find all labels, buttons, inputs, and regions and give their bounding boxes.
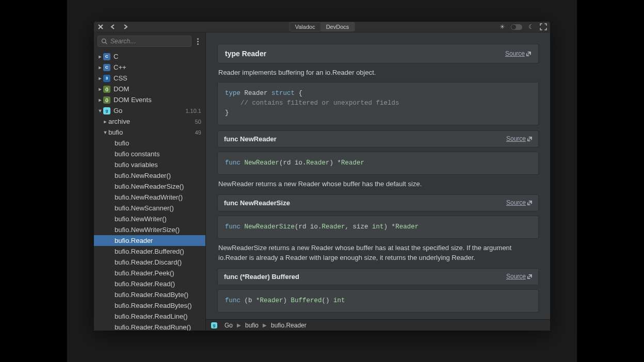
tree-label: DOM	[114, 85, 201, 93]
search-icon	[101, 38, 107, 44]
disclosure-icon: ►	[102, 119, 108, 124]
lang-icon: g	[103, 107, 110, 114]
tree-badge: 1.10.1	[185, 108, 201, 114]
tree-label: bufio.NewReader()	[115, 172, 201, 179]
tree-label: bufio constants	[115, 150, 201, 158]
tree-item[interactable]: bufio.Reader	[94, 235, 205, 246]
navigation-tree[interactable]: ►CC►CC++►3CSS►{}DOM►{}DOM Events▼gGo1.10…	[94, 50, 205, 331]
lang-icon: 3	[103, 75, 110, 82]
tree-item[interactable]: ►{}DOM	[94, 84, 205, 94]
tree-label: bufio.NewWriter()	[115, 215, 201, 223]
titlebar: Valadoc DevDocs ☀ ☾	[94, 22, 550, 32]
tree-item[interactable]: bufio.Reader.ReadBytes()	[94, 300, 205, 311]
lang-icon: {}	[103, 86, 110, 93]
tree-item[interactable]: bufio.NewReaderSize()	[94, 181, 205, 192]
tab-devdocs[interactable]: DevDocs	[321, 22, 355, 31]
lang-icon: C	[103, 53, 110, 60]
tree-label: bufio.NewWriterSize()	[115, 226, 201, 234]
tree-label: C++	[114, 63, 201, 71]
source-link[interactable]: Source	[506, 135, 532, 142]
code-newreader: func NewReader(rd io.Reader) *Reader	[217, 152, 539, 175]
fullscreen-icon[interactable]	[540, 23, 547, 30]
tree-label: C	[114, 53, 201, 60]
tree-item[interactable]: bufio.NewReader()	[94, 170, 205, 181]
chevron-right-icon: ▶	[263, 322, 267, 328]
tree-item[interactable]: bufio constants	[94, 149, 205, 159]
go-icon: g	[211, 322, 217, 328]
source-link[interactable]: Source	[506, 199, 532, 206]
tree-item[interactable]: ▼gGo1.10.1	[94, 105, 205, 116]
tree-item[interactable]: bufio.Reader.Discard()	[94, 257, 205, 268]
tree-label: bufio.NewReadWriter()	[115, 193, 201, 201]
theme-toggle[interactable]	[511, 24, 522, 30]
tree-item[interactable]: bufio.NewReadWriter()	[94, 192, 205, 203]
tree-label: bufio.Reader.ReadLine()	[115, 312, 201, 320]
tree-label: bufio	[108, 128, 195, 136]
search-input[interactable]	[98, 36, 191, 47]
tree-item[interactable]: ►CC++	[94, 62, 205, 73]
tree-item[interactable]: bufio.NewWriterSize()	[94, 224, 205, 235]
tree-label: bufio.Reader.Discard()	[115, 258, 201, 266]
breadcrumb-item[interactable]: Go	[224, 322, 233, 329]
content-area[interactable]: type Reader Source Reader implements buf…	[206, 32, 550, 331]
tree-label: bufio.Reader.ReadByte()	[115, 291, 201, 299]
tree-item[interactable]: bufio.NewScanner()	[94, 203, 205, 213]
tree-item[interactable]: ▼bufio49	[94, 127, 205, 138]
source-link[interactable]: Source	[505, 50, 531, 57]
menu-icon[interactable]	[194, 37, 202, 45]
tree-item[interactable]: ►3CSS	[94, 73, 205, 84]
tree-item[interactable]: bufio.Reader.Buffered()	[94, 246, 205, 257]
breadcrumb-item[interactable]: bufio.Reader	[271, 322, 307, 329]
tree-label: CSS	[114, 74, 201, 82]
back-icon[interactable]	[109, 23, 117, 30]
breadcrumb-item[interactable]: bufio	[245, 322, 259, 329]
section-type-reader: type Reader Source	[217, 44, 539, 63]
lang-icon: {}	[103, 96, 110, 104]
tree-label: bufio.Reader.ReadRune()	[115, 323, 201, 331]
tree-item[interactable]: bufio.Reader.ReadByte()	[94, 289, 205, 300]
moon-icon: ☾	[527, 23, 535, 30]
disclosure-icon: ▼	[102, 130, 108, 135]
tree-label: bufio.Reader.ReadBytes()	[115, 302, 201, 309]
tree-label: bufio.Reader.Read()	[115, 280, 201, 288]
tree-badge: 49	[195, 129, 201, 136]
tree-label: DOM Events	[114, 96, 201, 104]
code-newreadersize: func NewReaderSize(rd io.Reader, size in…	[217, 216, 539, 239]
chevron-right-icon: ▶	[237, 322, 241, 328]
tree-label: Go	[114, 107, 185, 114]
tree-label: bufio.NewReaderSize()	[115, 183, 201, 190]
code-buffered: func (b *Reader) Buffered() int	[217, 289, 539, 312]
tree-item[interactable]: bufio.Reader.Peek()	[94, 268, 205, 278]
section-title: type Reader	[225, 50, 266, 58]
section-newreadersize: func NewReaderSize Source	[217, 194, 539, 211]
tree-item[interactable]: bufio.NewWriter()	[94, 213, 205, 224]
disclosure-icon: ►	[97, 54, 103, 59]
sidebar: ►CC►CC++►3CSS►{}DOM►{}DOM Events▼gGo1.10…	[94, 32, 206, 331]
tree-item[interactable]: ►CC	[94, 51, 205, 62]
tree-label: bufio.Reader.Peek()	[115, 269, 201, 277]
tab-valadoc[interactable]: Valadoc	[289, 22, 321, 31]
tree-label: bufio.Reader.Buffered()	[115, 248, 201, 255]
tree-item[interactable]: bufio.Reader.Read()	[94, 278, 205, 289]
sun-icon: ☀	[498, 23, 506, 30]
code-type-reader: type Reader struct { // contains filtere…	[217, 82, 539, 125]
tree-label: bufio	[115, 139, 201, 147]
close-icon[interactable]	[97, 23, 104, 30]
tree-item[interactable]: bufio	[94, 138, 205, 149]
forward-icon[interactable]	[122, 23, 129, 30]
tree-label: archive	[108, 118, 195, 125]
source-link[interactable]: Source	[506, 273, 532, 280]
disclosure-icon: ▼	[97, 108, 103, 113]
disclosure-icon: ►	[97, 65, 103, 70]
tree-badge: 50	[195, 119, 201, 125]
tree-item[interactable]: bufio.Reader.ReadRune()	[94, 322, 205, 331]
tree-item[interactable]: bufio.Reader.ReadLine()	[94, 311, 205, 322]
app-window: Valadoc DevDocs ☀ ☾ ►CC►CC++►3CSS►{}DOM►…	[94, 22, 550, 331]
type-reader-desc: Reader implements buffering for an io.Re…	[218, 68, 538, 78]
lang-icon: C	[103, 64, 110, 71]
tree-label: bufio variables	[115, 161, 201, 169]
tree-item[interactable]: bufio variables	[94, 159, 205, 170]
tree-item[interactable]: ►{}DOM Events	[94, 94, 205, 105]
section-newreader: func NewReader Source	[217, 130, 539, 147]
tree-item[interactable]: ►archive50	[94, 116, 205, 127]
